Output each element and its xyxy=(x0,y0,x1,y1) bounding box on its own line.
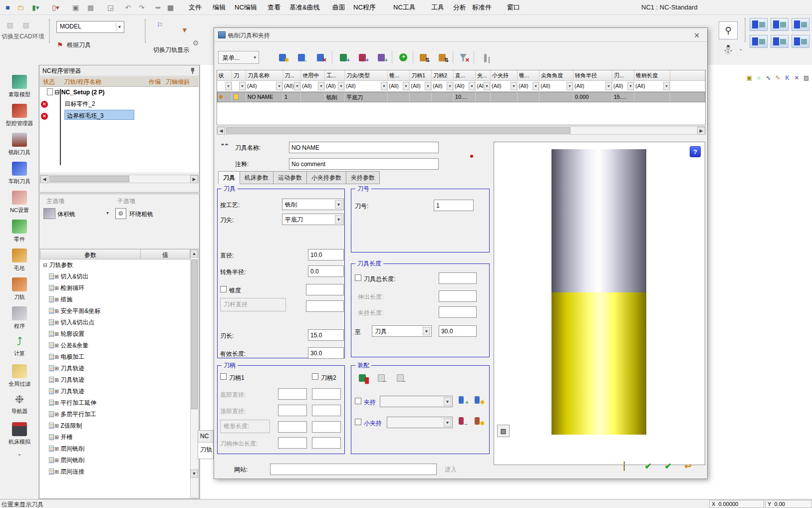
param-row[interactable]: ⊞刀具轨迹 xyxy=(49,374,84,386)
column-tool-axis-tilt[interactable]: 刀轴倾斜 xyxy=(166,78,190,86)
cad-cube-2-icon[interactable]: ▧ xyxy=(20,19,32,31)
param-row[interactable]: ⊟刀轨参数 xyxy=(43,259,73,271)
view-grid-6-icon[interactable] xyxy=(792,35,810,48)
scroll-thumb[interactable] xyxy=(226,127,570,134)
sketch-plane-icon[interactable]: ▣ xyxy=(745,74,754,82)
tab-holder-params[interactable]: 夹持参数 xyxy=(346,171,380,184)
pencil-tool-icon[interactable]: ✎ xyxy=(774,74,782,82)
column-header[interactable]: 转角半径 xyxy=(573,70,612,81)
website-input[interactable] xyxy=(270,464,437,475)
filter-cell[interactable]: (All)▾ xyxy=(491,81,518,92)
column-header[interactable]: 小夹持 xyxy=(491,70,518,81)
sidebar-item-calculate[interactable]: ⤴ 计算 xyxy=(0,334,39,362)
cad-cube-1-icon[interactable]: ▨ xyxy=(4,19,16,31)
assembly-mount-icon[interactable]: █ xyxy=(357,371,369,384)
view-grid-1-icon[interactable] xyxy=(750,18,768,31)
toolbar-grip[interactable] xyxy=(49,19,51,43)
column-header[interactable]: 刀柄1 xyxy=(410,70,432,81)
scroll-down-icon[interactable]: ▼ xyxy=(190,470,198,478)
scroll-thumb[interactable] xyxy=(49,176,129,182)
open-icon[interactable]: 🗀 xyxy=(15,1,26,13)
exit-icon[interactable]: ↩ xyxy=(681,460,695,473)
add-to-library-icon[interactable]: + xyxy=(397,51,409,63)
param-row[interactable]: ⊞检测循环 xyxy=(49,282,84,294)
column-header[interactable]: 刀尖/类型 xyxy=(345,70,388,81)
small-holder-checkbox[interactable] xyxy=(355,419,361,425)
model-combo[interactable]: MODEL ▾ xyxy=(56,21,124,33)
tree-row-target-part[interactable]: ✕ 目标零件_2 xyxy=(41,98,95,109)
ok-check-icon[interactable]: ✔ xyxy=(641,460,655,473)
param-row[interactable]: ⊞切入&切出点 xyxy=(49,317,94,328)
main-option-chevron-icon[interactable]: ▾ xyxy=(106,210,109,216)
param-row[interactable]: ⊞措施 xyxy=(49,294,72,305)
flute-length-input[interactable] xyxy=(308,329,344,341)
holder-checkbox[interactable] xyxy=(355,398,361,404)
menu-analysis[interactable]: 分析 xyxy=(449,0,470,15)
menu-nc-tools[interactable]: NC工具 xyxy=(389,0,420,15)
filter-cell[interactable]: (All)▾ xyxy=(476,81,491,92)
tool-number-input[interactable] xyxy=(434,200,474,211)
collapse-icon[interactable]: ⊟ xyxy=(54,89,59,96)
scroll-thumb[interactable] xyxy=(191,259,198,409)
sidebar-item-stock[interactable]: 毛坯 xyxy=(0,248,39,275)
nc-manager-hscrollbar[interactable]: ◀ ▶ xyxy=(40,175,199,183)
to-dropdown[interactable]: 刀具▾ xyxy=(372,325,432,337)
column-header[interactable]: 刀 xyxy=(232,70,246,81)
enter-link[interactable]: 进入 xyxy=(445,466,457,474)
tool-name-input[interactable] xyxy=(289,142,439,153)
copy-tool-icon[interactable]: + xyxy=(338,51,350,63)
sidebar-item-global-filter[interactable]: 全局过滤 xyxy=(0,363,39,391)
column-header[interactable]: 刀... xyxy=(283,70,301,81)
scroll-left-icon[interactable]: ◀ xyxy=(217,127,225,135)
sidebar-item-nc-setup[interactable]: NC设置 xyxy=(0,190,39,218)
filter-cell[interactable]: (All)▾ xyxy=(301,81,325,92)
param-row[interactable]: ⊞层间连接 xyxy=(49,466,84,478)
param-row[interactable]: ⊞轮廓设置 xyxy=(49,328,84,340)
toolpath-tool-icon[interactable]: ▼ xyxy=(179,24,191,36)
trim-tool-icon[interactable]: ✕ xyxy=(793,74,801,82)
tab-small-holder-params[interactable]: 小夹持参数 xyxy=(307,171,346,184)
column-header[interactable]: 工... xyxy=(325,70,345,81)
menu-edit[interactable]: 编辑 xyxy=(209,0,230,15)
param-row[interactable]: ⊞开槽 xyxy=(49,432,72,443)
process-dropdown[interactable]: 铣削▾ xyxy=(282,199,344,210)
param-vscrollbar[interactable]: ▲ ▼ xyxy=(190,249,199,498)
sidebar-item-turning-tool[interactable]: 车削刀具 xyxy=(0,161,39,189)
tree-row-bounding-stock[interactable]: ✕ 边界框毛坯_3 xyxy=(41,110,195,121)
shank2-checkbox[interactable] xyxy=(312,373,318,380)
value-column-header[interactable]: 值 xyxy=(140,249,190,259)
screenshot-icon[interactable]: ◲ xyxy=(105,1,116,13)
taper-checkbox[interactable] xyxy=(220,286,227,292)
sidebar-item-milling-tool[interactable]: 铣削刀具 xyxy=(0,132,39,160)
diameter-input[interactable] xyxy=(308,249,344,260)
circle-tool-icon[interactable]: ○ xyxy=(755,74,763,82)
spline-tool-icon[interactable]: K xyxy=(783,74,792,82)
pin-icon[interactable] xyxy=(190,68,195,74)
corner-radius-input[interactable] xyxy=(308,265,344,277)
search-button[interactable]: ⚲ xyxy=(719,21,738,39)
scroll-right-icon[interactable]: ▶ xyxy=(190,175,198,183)
sidebar-item-extract-model[interactable]: 素取模型 xyxy=(0,74,39,102)
column-header[interactable]: 夹... xyxy=(476,70,491,81)
param-row[interactable]: ⊞刀具轨迹 xyxy=(49,386,84,397)
copy-holder-icon[interactable]: + xyxy=(357,51,369,63)
probe-tool-icon[interactable]: ┆ xyxy=(617,460,631,473)
toolpath-flag-icon[interactable]: ⚐ xyxy=(154,19,166,31)
comment-input[interactable] xyxy=(289,158,439,170)
param-column-header[interactable]: 参数 xyxy=(40,249,141,259)
filter-cell[interactable]: ▾ xyxy=(232,81,246,92)
strip-more-chevron[interactable]: ⌄ xyxy=(0,450,39,478)
effective-length-input[interactable] xyxy=(308,347,344,359)
assembly-import-icon[interactable]: ← xyxy=(376,371,388,384)
toolbar-grip[interactable] xyxy=(745,18,747,42)
filter-cell[interactable]: (All)▾ xyxy=(612,81,634,92)
view-grid-3-icon[interactable] xyxy=(792,18,810,31)
new-tool-icon[interactable]: ✱ xyxy=(277,51,289,63)
scroll-up-icon[interactable]: ▲ xyxy=(190,250,198,257)
menu-tools[interactable]: 工具 xyxy=(427,0,448,15)
column-edit[interactable]: 作编 xyxy=(149,78,161,86)
column-header[interactable]: 尖角角度 xyxy=(540,70,573,81)
sidebar-item-program[interactable]: 程序 xyxy=(0,305,39,333)
menu-standard-parts[interactable]: 标准件 xyxy=(468,0,496,15)
menu-file[interactable]: 文件 xyxy=(185,0,206,15)
